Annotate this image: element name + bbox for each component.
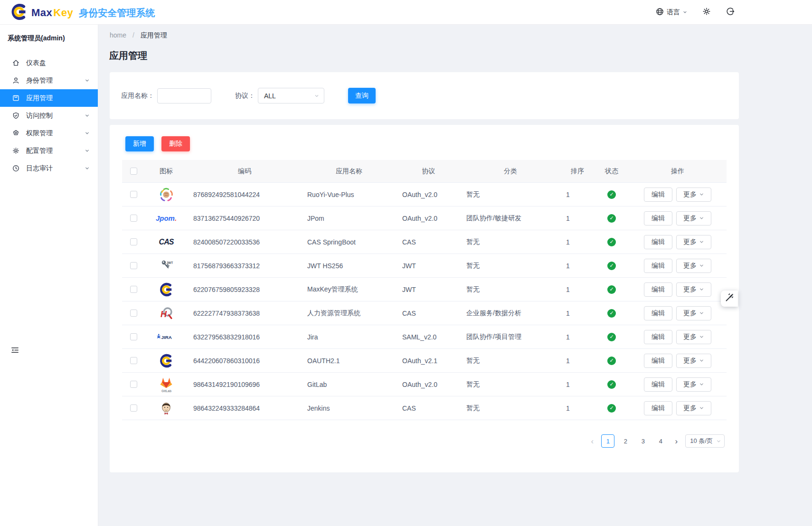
edit-button[interactable]: 编辑 (644, 282, 672, 297)
edit-button[interactable]: 编辑 (644, 401, 672, 415)
app-code: 824008507220033536 (188, 238, 302, 246)
app-sort: 1 (560, 310, 595, 317)
globe-icon (655, 7, 664, 18)
more-button[interactable]: 更多 (676, 306, 711, 320)
add-button[interactable]: 新增 (125, 136, 154, 151)
row-checkbox[interactable] (130, 215, 137, 222)
row-checkbox[interactable] (130, 262, 137, 269)
language-label: 语言 (667, 8, 680, 17)
next-page-button[interactable]: › (671, 437, 681, 445)
sidebar: 系统管理员(admin) 仪表盘身份管理应用管理访问控制权限管理配置管理日志审计 (0, 25, 98, 526)
sidebar-item-shield[interactable]: 访问控制 (0, 107, 98, 124)
app-name: Jenkins (302, 404, 397, 412)
prev-page-button[interactable]: ‹ (587, 437, 597, 445)
app-sort: 1 (560, 381, 595, 388)
app-sort: 1 (560, 357, 595, 365)
sidebar-item-badge[interactable]: 权限管理 (0, 124, 98, 142)
app-name: RuoYi-Vue-Plus (302, 191, 397, 198)
hr-app-icon: H (145, 306, 188, 321)
more-button[interactable]: 更多 (676, 354, 711, 368)
more-button[interactable]: 更多 (676, 401, 711, 415)
row-checkbox[interactable] (130, 333, 137, 340)
edit-button[interactable]: 编辑 (644, 188, 672, 202)
svg-text:GitLab: GitLab (161, 389, 171, 392)
breadcrumb-home[interactable]: home (110, 31, 126, 39)
chevron-down-icon (699, 358, 704, 363)
page-button-2[interactable]: 2 (619, 434, 632, 448)
edit-button[interactable]: 编辑 (644, 259, 672, 273)
row-checkbox[interactable] (130, 238, 137, 245)
app-protocol: OAuth_v2.1 (397, 357, 461, 365)
app-protocol: JWT (397, 262, 461, 270)
gear-icon (12, 147, 20, 155)
edit-button[interactable]: 编辑 (644, 306, 672, 320)
column-header: 状态 (595, 167, 629, 176)
app-code: 876892492581044224 (188, 191, 302, 198)
edit-button[interactable]: 编辑 (644, 235, 672, 249)
chevron-down-icon (85, 78, 90, 83)
app-category: 暂无 (461, 262, 560, 270)
edit-button[interactable]: 编辑 (644, 377, 672, 392)
settings-button[interactable] (702, 7, 711, 18)
edit-button[interactable]: 编辑 (644, 330, 672, 344)
app-name: 人力资源管理系统 (302, 309, 397, 318)
table-row: 876892492581044224RuoYi-Vue-PlusOAuth_v2… (122, 183, 727, 207)
delete-button[interactable]: 删除 (161, 136, 190, 151)
ruoyi-app-icon (145, 187, 188, 203)
row-checkbox[interactable] (130, 357, 137, 364)
page-button-3[interactable]: 3 (636, 434, 650, 448)
page-size-select[interactable]: 10 条/页 (685, 434, 725, 448)
menu-fold-button[interactable] (10, 346, 19, 357)
more-button[interactable]: 更多 (676, 211, 711, 225)
page-button-1[interactable]: 1 (601, 434, 614, 448)
table-row: 986432249333284864JenkinsCAS暂无1✓编辑更多 (122, 396, 727, 420)
more-button[interactable]: 更多 (676, 377, 711, 392)
select-all-checkbox[interactable] (130, 168, 137, 175)
sidebar-item-user[interactable]: 身份管理 (0, 72, 98, 89)
row-checkbox[interactable] (130, 404, 137, 412)
edit-button[interactable]: 编辑 (644, 211, 672, 225)
row-checkbox[interactable] (130, 191, 137, 198)
more-button[interactable]: 更多 (676, 330, 711, 344)
cas-app-icon: CAS (145, 238, 188, 246)
logout-button[interactable] (726, 7, 735, 18)
more-button[interactable]: 更多 (676, 188, 711, 202)
brand-text-key: Key (53, 7, 73, 19)
column-header: 应用名称 (302, 167, 397, 176)
breadcrumb-current: 应用管理 (141, 31, 167, 39)
brand[interactable]: Max Key 身份安全管理系统 (10, 3, 155, 22)
status-enabled-icon: ✓ (607, 380, 616, 389)
more-button[interactable]: 更多 (676, 235, 711, 249)
more-button[interactable]: 更多 (676, 282, 711, 297)
column-header: 协议 (397, 167, 461, 176)
current-user: 系统管理员(admin) (0, 25, 98, 43)
row-checkbox[interactable] (130, 381, 137, 388)
theme-tool-button[interactable] (721, 291, 738, 307)
app-name-input[interactable] (157, 88, 211, 103)
sidebar-item-gear[interactable]: 配置管理 (0, 142, 98, 160)
sidebar-item-label: 仪表盘 (26, 59, 46, 67)
language-menu[interactable]: 语言 (655, 7, 688, 18)
page-title: 应用管理 (109, 49, 812, 62)
sidebar-item-app[interactable]: 应用管理 (0, 89, 98, 107)
app-sort: 1 (560, 215, 595, 222)
page-button-4[interactable]: 4 (654, 434, 667, 448)
chevron-down-icon (699, 405, 704, 411)
row-checkbox[interactable] (130, 310, 137, 317)
more-button[interactable]: 更多 (676, 259, 711, 273)
app-sort: 1 (560, 191, 595, 198)
edit-button[interactable]: 编辑 (644, 354, 672, 368)
sidebar-item-home[interactable]: 仪表盘 (0, 54, 98, 72)
chevron-down-icon (699, 382, 704, 387)
brand-text-suffix: 身份安全管理系统 (79, 7, 155, 19)
sidebar-item-label: 应用管理 (26, 94, 53, 103)
search-button[interactable]: 查询 (348, 88, 376, 103)
sidebar-item-clock[interactable]: 日志审计 (0, 160, 98, 177)
app-name-label: 应用名称： (121, 92, 154, 100)
status-enabled-icon: ✓ (607, 333, 616, 341)
row-checkbox[interactable] (130, 286, 137, 293)
protocol-select[interactable]: ALL (258, 88, 324, 103)
app-sort: 1 (560, 262, 595, 270)
logout-icon (726, 7, 735, 18)
home-icon (12, 59, 20, 67)
